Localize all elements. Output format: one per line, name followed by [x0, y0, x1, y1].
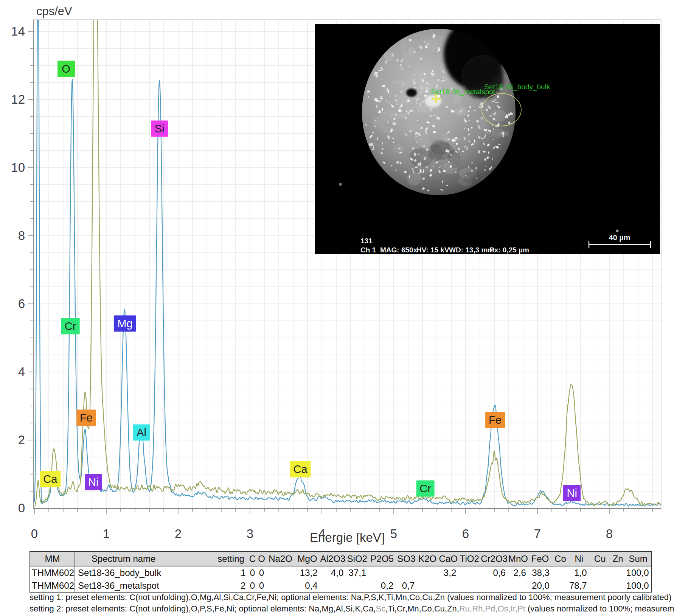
composition-table: MMSpectrum namesettingCONa2OMgOAl2O3SiO2… — [30, 551, 652, 593]
cell-mno: 2,6 — [508, 566, 528, 579]
dust-speck — [616, 230, 619, 232]
cell-sio2 — [346, 579, 368, 593]
cell-cao — [438, 579, 458, 593]
footnote-text: (values normalized to 100%; measurement … — [525, 604, 674, 613]
table-header-na2o: Na2O — [266, 552, 295, 566]
table-header-cu: Cu — [589, 552, 611, 566]
y-tick-label: 6 — [18, 297, 25, 311]
sem-info-3: WD: 13,3 mm — [449, 246, 494, 254]
cell-al2o3 — [320, 579, 346, 593]
cell-c: 0 — [248, 579, 257, 593]
cell-spectrum-name: Set18-36_body_bulk — [75, 566, 214, 579]
cell-setting: 1 — [214, 566, 248, 579]
cell-zn — [611, 566, 625, 579]
y-tick-label: 8 — [18, 229, 25, 243]
cell-ni: 78,7 — [569, 579, 589, 593]
table-header-ni: Ni — [569, 552, 589, 566]
table-header-c: C — [248, 552, 257, 566]
table-header-sum: Sum — [625, 552, 652, 566]
cell-so3 — [396, 566, 417, 579]
table-header-zn: Zn — [611, 552, 625, 566]
table-header-co: Co — [552, 552, 569, 566]
x-tick-label: 3 — [247, 527, 253, 541]
sem-image: Set18-36_metalspotSet18-36_body_bulk131C… — [315, 24, 660, 254]
sem-info-2: HV: 15 kV — [416, 246, 449, 254]
cell-sio2: 37,1 — [346, 566, 368, 579]
sem-info-4: Px: 0,25 µm — [489, 246, 529, 254]
cell-ni: 1,0 — [569, 566, 589, 579]
table-header-mgo: MgO — [295, 552, 320, 566]
y-tick-label: 0 — [18, 501, 25, 515]
cell-k2o — [417, 566, 438, 579]
table-header-tio2: TiO2 — [458, 552, 480, 566]
footnote-text: ,Ti,Cr,Mn,Co,Cu,Zn, — [385, 604, 459, 613]
footnote-setting-1: setting 1: preset elements: C(not unfold… — [30, 593, 671, 602]
table-header-cr2o3: Cr2O3 — [480, 552, 508, 566]
cell-mno — [508, 579, 528, 593]
x-tick-label: 8 — [606, 527, 613, 541]
roi-label-body-bulk: Set18-36_body_bulk — [484, 83, 550, 91]
cell-co — [552, 579, 569, 593]
y-axis-unit-label: cps/eV — [36, 5, 72, 18]
cell-mm: THMM602 — [30, 566, 75, 579]
footnote-setting-2: setting 2: preset elements: C(not unfold… — [30, 604, 674, 614]
cell-so3: 0,7 — [396, 579, 417, 593]
dust-speck — [339, 183, 342, 186]
sem-crater — [406, 89, 417, 97]
scale-bar-label: 40 µm — [609, 233, 630, 242]
y-tick-label: 12 — [11, 92, 25, 106]
table-header-setting: setting — [214, 552, 248, 566]
table-header-al2o3: Al2O3 — [320, 552, 346, 566]
x-tick-label: 2 — [175, 527, 182, 541]
table-header-so3: SO3 — [396, 552, 417, 566]
cell-al2o3: 4,0 — [320, 566, 346, 579]
cell-tio2 — [458, 579, 480, 593]
cell-co — [552, 566, 569, 579]
table-row-1: THMM602Set18-36_metalspot2000,40,20,720,… — [30, 579, 652, 593]
x-tick-label: 6 — [462, 527, 469, 541]
x-tick-label: 0 — [31, 527, 38, 541]
y-tick-label: 14 — [11, 24, 25, 38]
table-header-spectrum-name: Spectrum name — [75, 552, 214, 566]
footnote-text: setting 2: preset elements: C(not unfold… — [30, 604, 376, 613]
y-tick-label: 2 — [18, 433, 25, 447]
footnote-muted-elements: Ru,Rh,Pd,Os,Ir,Pt — [459, 604, 525, 613]
table-header-feo: FeO — [528, 552, 552, 566]
eds-spectrum-report: 01234567802468101214cps/eVEnergie [keV] … — [0, 0, 674, 616]
cell-mgo: 13,2 — [295, 566, 320, 579]
cell-cao: 3,2 — [438, 566, 458, 579]
cell-feo: 20,0 — [528, 579, 552, 593]
x-axis-title: Energie [keV] — [310, 530, 385, 544]
cell-cr2o3: 0,6 — [480, 566, 508, 579]
cell-cu — [589, 579, 611, 593]
cell-o: 0 — [257, 566, 266, 579]
x-tick-label: 7 — [534, 527, 541, 541]
table-row-0: THMM602Set18-36_body_bulk10013,24,037,13… — [30, 566, 652, 579]
sem-image-inset: Set18-36_metalspotSet18-36_body_bulk131C… — [315, 24, 660, 254]
cell-feo: 38,3 — [528, 566, 552, 579]
sem-info-1: MAG: 650x — [380, 246, 418, 254]
table-header-mno: MnO — [508, 552, 528, 566]
cell-mgo: 0,4 — [295, 579, 320, 593]
table-header-sio2: SiO2 — [346, 552, 368, 566]
cell-mm: THMM602 — [30, 579, 75, 593]
table-header-p2o5: P2O5 — [368, 552, 396, 566]
cell-na2o — [266, 579, 295, 593]
cell-setting: 2 — [214, 579, 248, 593]
cell-spectrum-name: Set18-36_metalspot — [75, 579, 214, 593]
cell-na2o — [266, 566, 295, 579]
cell-k2o — [417, 579, 438, 593]
cell-cr2o3 — [480, 579, 508, 593]
table-header-k2o: K2O — [417, 552, 438, 566]
footnote-muted-elements: Sc — [376, 604, 385, 613]
table-header-mm: MM — [30, 552, 75, 566]
y-tick-label: 10 — [11, 160, 25, 174]
cell-p2o5 — [368, 566, 396, 579]
x-tick-label: 1 — [103, 527, 110, 541]
cell-p2o5: 0,2 — [368, 579, 396, 593]
table-header-o: O — [257, 552, 266, 566]
cell-tio2 — [458, 566, 480, 579]
cell-cu — [589, 566, 611, 579]
cell-sum: 100,0 — [625, 579, 652, 593]
table-header-cao: CaO — [438, 552, 458, 566]
